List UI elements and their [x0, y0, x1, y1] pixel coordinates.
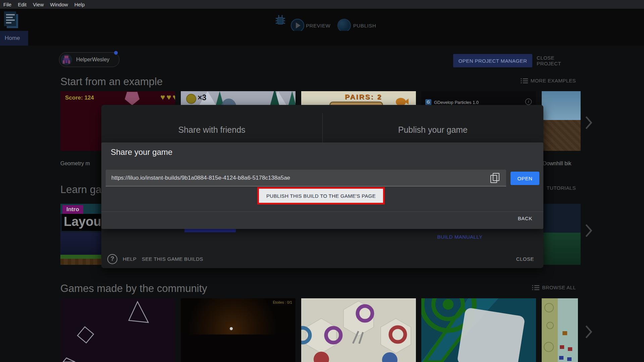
community-carousel: Étoiles : 0/1 — [60, 298, 581, 362]
stars-counter: Étoiles : 0/1 — [273, 300, 292, 304]
avatar-pixel — [68, 60, 70, 64]
hidden-blue-button-edge — [184, 229, 236, 232]
community-card-teal[interactable] — [421, 298, 536, 362]
browse-all-label: BROWSE ALL — [542, 285, 576, 290]
user-chip[interactable]: HelperWesley — [59, 52, 119, 67]
tab-strip — [0, 31, 644, 46]
menu-help[interactable]: Help — [74, 2, 85, 7]
annotation-highlight: PUBLISH THIS BUILD TO THE GAME'S PAGE — [257, 187, 385, 204]
line — [6, 14, 15, 15]
community-card-hex[interactable] — [301, 298, 416, 362]
info-icon[interactable]: i — [525, 99, 532, 105]
tutorial-card-variables[interactable]: Intro Variab +1 — [542, 204, 581, 265]
ground-silhouette — [181, 335, 296, 362]
debug-bug-icon[interactable] — [274, 13, 286, 27]
tab-publish-your-game[interactable]: Publish your game — [322, 125, 543, 135]
tab-share-with-friends[interactable]: Share with friends — [101, 125, 322, 135]
share-url-input[interactable] — [106, 170, 506, 186]
username-label: HelperWesley — [76, 57, 109, 63]
close-dialog-button[interactable]: CLOSE — [516, 256, 534, 262]
dialog-footer: ? HELP SEE THIS GAME BUILDS CLOSE — [101, 250, 543, 268]
green-scene — [542, 233, 581, 265]
gdevelop-logo-icon: G — [425, 99, 431, 105]
open-project-manager-button[interactable]: OPEN PROJECT MANAGER — [453, 54, 532, 67]
more-examples-link[interactable]: MORE EXAMPLES — [521, 78, 576, 83]
avatar — [61, 54, 72, 65]
list-icon — [532, 285, 539, 290]
player-ball — [230, 327, 233, 330]
preview-button[interactable]: PREVIEW — [306, 23, 330, 28]
tab-home[interactable]: Home — [0, 31, 28, 46]
tab-divider — [322, 113, 323, 146]
sprite-orange — [562, 331, 567, 335]
teal-art — [421, 298, 536, 362]
sprite-blue — [567, 357, 572, 361]
avatar-pixel — [64, 56, 68, 58]
examples-section-title: Start from an example — [60, 76, 163, 88]
line — [6, 17, 13, 18]
list-icon — [521, 78, 528, 83]
community-card-night[interactable]: Étoiles : 0/1 — [181, 298, 296, 362]
side-strip — [542, 298, 558, 362]
particles-title: GDevelop Particles 1.0 — [434, 100, 479, 105]
pairs-label: PAIRS: 2 — [345, 93, 382, 101]
menu-window[interactable]: Window — [50, 2, 68, 7]
lane-strip — [558, 298, 578, 362]
line — [6, 19, 15, 21]
menu-edit[interactable]: Edit — [18, 2, 26, 7]
sprite-blue — [559, 356, 564, 360]
copy-icon[interactable] — [490, 173, 500, 182]
intro-badge: Intro — [62, 205, 83, 214]
help-icon[interactable]: ? — [107, 254, 117, 264]
dirt-ground — [542, 120, 581, 151]
project-manager-icon[interactable] — [3, 11, 19, 29]
play-triangle — [296, 22, 301, 28]
more-examples-label: MORE EXAMPLES — [531, 78, 576, 83]
chevron-right-icon[interactable] — [584, 223, 593, 238]
community-card-neon[interactable] — [60, 298, 175, 362]
example-title-geometry: Geometry m — [60, 161, 90, 167]
menu-view[interactable]: View — [33, 2, 44, 7]
notification-dot — [114, 51, 118, 55]
see-builds-button[interactable]: SEE THIS GAME BUILDS — [142, 256, 203, 262]
copy-rect — [493, 173, 499, 181]
coin-icon — [186, 94, 196, 104]
gem-shape — [125, 92, 140, 105]
neon-shapes — [60, 298, 175, 362]
chevron-right-icon[interactable] — [584, 324, 593, 339]
browse-all-link[interactable]: BROWSE ALL — [532, 285, 576, 290]
sprite-red — [560, 345, 564, 349]
build-manually-link[interactable]: BUILD MANUALLY — [410, 234, 510, 240]
score-label: Score: 124 — [65, 95, 94, 101]
learn-section-title: Learn ga — [60, 184, 101, 196]
help-button[interactable]: HELP — [123, 256, 137, 262]
publish-globe-icon[interactable] — [337, 19, 351, 32]
community-section-title: Games made by the community — [60, 283, 207, 295]
avatar-pixel — [65, 60, 67, 63]
hearts-label: ♥♥♥ — [160, 93, 175, 102]
line — [6, 22, 11, 23]
multiplier-label: ×3 — [198, 93, 206, 102]
goldfish-tail — [405, 99, 409, 105]
preview-play-icon[interactable] — [291, 19, 304, 32]
back-button[interactable]: BACK — [518, 216, 532, 221]
menu-file[interactable]: File — [3, 2, 11, 7]
example-card-downhill[interactable] — [542, 91, 581, 151]
bubble — [546, 322, 554, 329]
bubble — [544, 303, 554, 312]
avatar-pixel — [63, 60, 65, 64]
open-link-button[interactable]: OPEN — [511, 172, 539, 185]
close-project-button[interactable]: CLOSE PROJECT — [537, 54, 580, 67]
menubar: File Edit View Window Help — [0, 0, 644, 9]
publish-button[interactable]: PUBLISH — [353, 23, 376, 28]
divider — [101, 212, 543, 212]
chevron-right-icon[interactable] — [584, 115, 593, 130]
share-dialog-title: Share your game — [111, 147, 172, 157]
community-card-pixel[interactable] — [542, 298, 581, 362]
publish-build-button[interactable]: PUBLISH THIS BUILD TO THE GAME'S PAGE — [259, 189, 383, 203]
sprite-red — [568, 347, 572, 351]
bubble — [544, 342, 554, 352]
hex-rings — [301, 298, 416, 362]
tutorials-link[interactable]: TUTORIALS — [546, 185, 576, 191]
tutorials-label: TUTORIALS — [546, 185, 576, 191]
